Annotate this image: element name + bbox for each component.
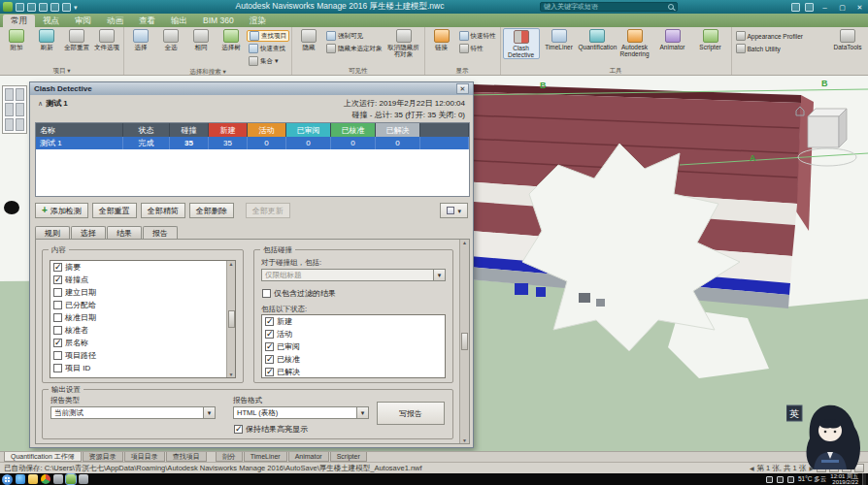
group-label-display[interactable]: 显示	[427, 66, 498, 75]
dropdown-caret-icon[interactable]	[433, 270, 445, 280]
minimize-button[interactable]	[818, 3, 831, 12]
checkbox[interactable]	[53, 275, 62, 284]
widget-badge[interactable]: 英	[786, 405, 802, 421]
dock-tab-sectioning[interactable]: 剖分	[216, 452, 243, 462]
list-item[interactable]: 碰撞点	[50, 274, 226, 286]
scroll-thumb[interactable]	[228, 310, 235, 328]
select-all-button[interactable]: 全选	[156, 28, 185, 50]
test-header[interactable]: 测试 1	[38, 98, 68, 109]
scroll-down-icon[interactable]: ▼	[229, 372, 234, 377]
checkbox[interactable]	[53, 263, 62, 272]
chrome-icon[interactable]	[41, 474, 50, 484]
tab-select[interactable]: 选择	[71, 226, 106, 239]
timeliner-button[interactable]: TimeLiner	[541, 28, 578, 50]
append-button[interactable]: 附加	[2, 28, 31, 50]
compact-all-button[interactable]: 全部精简	[141, 203, 185, 218]
mini-tool-icon[interactable]	[5, 118, 14, 131]
list-item[interactable]: 层名称	[50, 337, 226, 349]
dock-tab-quantification[interactable]: Quantification 工作簿	[4, 452, 82, 462]
select-same-button[interactable]: 相同	[186, 28, 216, 50]
redo-icon[interactable]	[62, 3, 71, 12]
table-row[interactable]: 测试 1 完成 35 35 0 0 0 0	[36, 137, 469, 149]
checkbox[interactable]	[53, 301, 62, 309]
tab-home[interactable]: 常用	[3, 15, 35, 27]
tab-review[interactable]: 审阅	[67, 15, 99, 27]
mini-tool-icon[interactable]	[16, 103, 24, 115]
dock-tab-resource-catalog[interactable]: 资源目录	[83, 452, 123, 462]
explorer-icon[interactable]	[28, 474, 38, 484]
search-icon[interactable]	[668, 4, 674, 10]
checkbox[interactable]	[53, 288, 62, 297]
quantification-button[interactable]: Quantification	[579, 28, 616, 50]
checkbox[interactable]	[53, 351, 62, 360]
list-item[interactable]: 项目路径	[50, 349, 226, 362]
scroll-down-icon[interactable]: ▼	[462, 437, 467, 443]
clash-panel-close-icon[interactable]	[456, 83, 469, 94]
group-mode-dropdown[interactable]: 仅限组标题	[261, 269, 446, 281]
dock-tab-find-items[interactable]: 查找项目	[166, 452, 207, 462]
content-list[interactable]: 摘要 碰撞点 建立日期 已分配给 核准日期 核准者 层名称 项目路径 项目 ID…	[50, 260, 236, 378]
tab-render[interactable]: 渲染	[242, 15, 274, 27]
filter-results-checkbox-row[interactable]: 仅包含过滤的结果	[259, 287, 336, 300]
tab-view[interactable]: 查看	[131, 15, 163, 27]
list-item[interactable]: 项目 ID	[50, 362, 226, 374]
open-icon[interactable]	[16, 3, 24, 12]
reset-all-tests-button[interactable]: 全部重置	[92, 203, 137, 218]
network-icon[interactable]	[777, 476, 784, 483]
list-item[interactable]: 已分配给	[50, 299, 226, 311]
signin-icon[interactable]	[791, 3, 800, 12]
update-all-button[interactable]: 全部更新	[246, 203, 290, 218]
group-label-project[interactable]: 项目 ▾	[2, 66, 121, 75]
checkbox[interactable]	[53, 326, 62, 335]
app-icon[interactable]	[79, 474, 88, 484]
list-item[interactable]: 建立日期	[50, 286, 226, 299]
add-test-button[interactable]: 添加检测	[35, 203, 88, 218]
list-item[interactable]: 核准者	[50, 324, 226, 337]
list-item[interactable]: 新建	[262, 315, 445, 328]
checkbox[interactable]	[53, 313, 62, 322]
list-item[interactable]: 已核准	[262, 353, 445, 366]
navisworks-taskbar-icon[interactable]	[66, 474, 76, 484]
dock-tab-animator[interactable]: Animator	[288, 452, 329, 462]
links-button[interactable]: 链接	[427, 28, 456, 50]
require-button[interactable]: 强制可见	[324, 30, 384, 42]
properties-button[interactable]: 特性	[457, 43, 498, 54]
start-button[interactable]	[2, 474, 13, 485]
dock-tab-scripter[interactable]: Scripter	[330, 452, 367, 462]
checkbox[interactable]	[265, 368, 274, 376]
col-active[interactable]: 活动	[248, 123, 286, 137]
selection-tree-button[interactable]: 选择树	[217, 28, 246, 50]
tab-bim360[interactable]: BIM 360	[195, 15, 242, 27]
print-icon[interactable]	[39, 3, 48, 12]
group-label-select[interactable]: 选择和搜索 ▾	[126, 67, 289, 76]
checkbox[interactable]	[53, 339, 62, 347]
dropdown-caret-icon[interactable]	[356, 407, 368, 418]
mini-tool-icon[interactable]	[5, 103, 14, 115]
group-label-visibility[interactable]: 可见性	[294, 66, 422, 75]
tray-arrow-icon[interactable]	[766, 476, 773, 483]
datatools-button[interactable]: DataTools	[829, 28, 866, 50]
collapse-icon[interactable]	[38, 99, 46, 108]
checkbox[interactable]	[262, 289, 271, 298]
dock-tab-timeliner[interactable]: TimeLiner	[244, 452, 287, 462]
dock-tab-item-catalog[interactable]: 项目目录	[124, 452, 165, 462]
tab-results[interactable]: 结果	[107, 226, 142, 239]
save-icon[interactable]	[27, 3, 36, 12]
scroll-up-icon[interactable]: ▲	[229, 261, 234, 267]
col-clashes[interactable]: 碰撞	[170, 123, 209, 137]
file-options-button[interactable]: 文件选项	[92, 28, 121, 50]
close-button[interactable]	[853, 3, 866, 12]
quick-find-button[interactable]: 快速查找	[247, 43, 289, 54]
undo-icon[interactable]	[50, 3, 59, 12]
col-approved[interactable]: 已核准	[331, 123, 376, 137]
mini-tool-icon[interactable]	[16, 118, 24, 131]
app-icon[interactable]	[3, 2, 13, 12]
col-new[interactable]: 新建	[209, 123, 248, 137]
tab-report[interactable]: 报告	[143, 226, 178, 239]
write-report-button[interactable]: 写报告	[377, 402, 445, 425]
dropdown-caret-icon[interactable]	[203, 407, 215, 418]
quick-properties-button[interactable]: 快速特性	[457, 30, 498, 42]
hide-button[interactable]: 隐藏	[294, 28, 323, 50]
app-icon[interactable]	[53, 474, 63, 484]
checkbox[interactable]	[265, 317, 274, 326]
